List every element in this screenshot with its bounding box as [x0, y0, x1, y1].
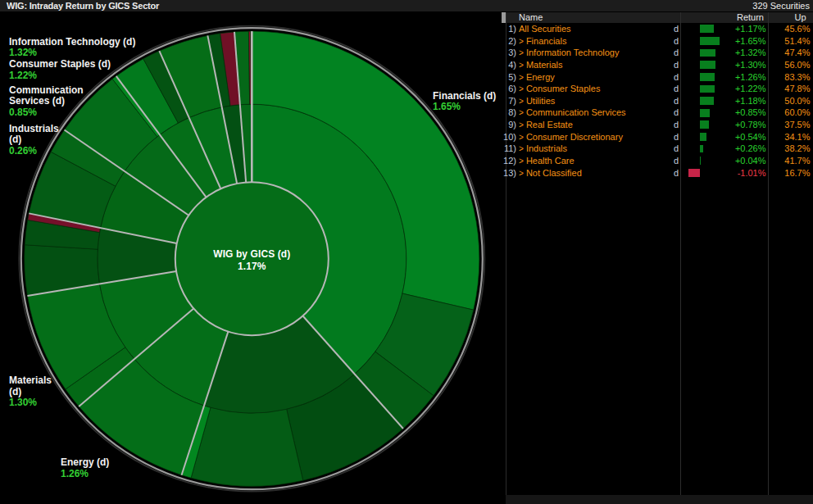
svg-text:WIG by GICS (d): WIG by GICS (d)	[213, 248, 290, 260]
svg-text:1.17%: 1.17%	[238, 261, 266, 272]
